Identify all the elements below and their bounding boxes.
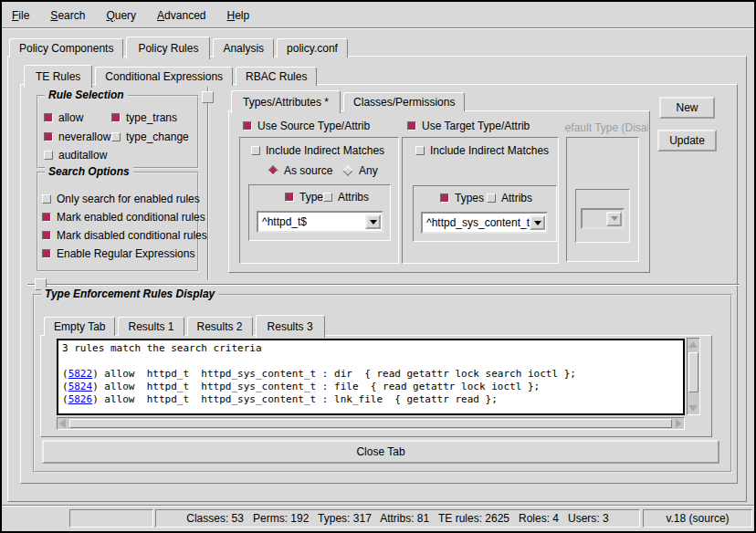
checkbox-indicator <box>44 132 53 141</box>
checkbox-indicator <box>42 231 51 240</box>
default-type-combobox <box>581 208 625 229</box>
vertical-scroll-thumb[interactable] <box>688 352 698 392</box>
dropdown-arrow-icon <box>606 212 622 226</box>
checkbox-label: Attribs <box>338 191 369 204</box>
update-button[interactable]: Update <box>657 130 717 152</box>
scroll-right-icon[interactable] <box>676 419 682 428</box>
rule-line: (5824) allow httpd_t httpd_sys_content_t… <box>62 381 679 393</box>
results-summary: 3 rules match the search criteria <box>62 342 679 355</box>
scroll-up-icon[interactable] <box>688 341 698 348</box>
tab-policy-conf[interactable]: policy.conf <box>277 38 348 57</box>
apol-window: File Search Query Advanced Help Policy C… <box>0 0 756 533</box>
statusbar-stats: Classes: 53 Perms: 192 Types: 317 Attrib… <box>155 509 640 528</box>
source-type-combobox[interactable]: ^httpd_t$ <box>257 211 383 233</box>
tab-policy-components[interactable]: Policy Components <box>9 38 123 57</box>
checkbox-indicator <box>243 121 252 131</box>
tab-results-2[interactable]: Results 2 <box>187 317 253 336</box>
checkbox-type-change[interactable]: type_change <box>111 131 189 143</box>
vertical-sash[interactable] <box>207 87 209 280</box>
horizontal-sash[interactable] <box>27 284 740 286</box>
scroll-down-icon[interactable] <box>688 405 698 412</box>
checkbox-label: Only search for enabled rules <box>57 193 200 205</box>
radio-label: As source <box>284 164 332 177</box>
source-type-combobox-value[interactable]: ^httpd_t$ <box>258 215 365 228</box>
checkbox-label: auditallow <box>58 149 107 162</box>
checkbox-source-attribs[interactable]: Attribs <box>323 191 369 204</box>
tab-te-rules[interactable]: TE Rules <box>24 65 92 88</box>
checkbox-type-trans[interactable]: type_trans <box>111 111 177 124</box>
rule-line: (5826) allow httpd_t httpd_sys_content_t… <box>62 393 679 406</box>
checkbox-target-attribs[interactable]: Attribs <box>487 192 532 204</box>
statusbar-empty-panel <box>69 509 153 528</box>
checkbox-label: Include Indirect Matches <box>266 144 384 157</box>
tab-results-1[interactable]: Results 1 <box>118 317 184 336</box>
checkbox-label: Include Indirect Matches <box>430 144 549 157</box>
checkbox-indicator <box>111 132 121 141</box>
tab-analysis[interactable]: Analysis <box>213 38 274 57</box>
checkbox-indicator <box>42 213 51 222</box>
results-text-area: 3 rules match the search criteria (5822)… <box>57 339 685 415</box>
tab-empty-tab[interactable]: Empty Tab <box>44 317 115 336</box>
checkbox-target-indirect[interactable]: Include Indirect Matches <box>415 144 549 157</box>
radio-as-source[interactable]: As source <box>268 164 332 177</box>
tab-types-attributes[interactable]: Types/Attributes * <box>231 90 341 113</box>
checkbox-label: Attribs <box>501 192 532 204</box>
dropdown-arrow-icon[interactable] <box>365 214 381 229</box>
close-tab-button[interactable]: Close Tab <box>42 440 719 464</box>
dropdown-arrow-icon[interactable] <box>530 215 545 230</box>
checkbox-label: allow <box>58 111 83 124</box>
rules-tabs: TE Rules Conditional Expressions RBAC Ru… <box>24 64 320 86</box>
types-attributes-tabs: Types/Attributes * Classes/Permissions <box>231 91 467 111</box>
checkbox-label: Types <box>455 192 484 204</box>
checkbox-mark-enabled-conditional[interactable]: Mark enabled conditional rules <box>42 211 205 224</box>
checkbox-enable-regex[interactable]: Enable Regular Expressions <box>42 247 194 260</box>
checkbox-label: type_change <box>126 131 189 143</box>
checkbox-use-source-type[interactable]: Use Source Type/Attrib <box>243 120 370 132</box>
tab-policy-rules[interactable]: Policy Rules <box>126 37 210 59</box>
rule-id-link[interactable]: 5826 <box>68 393 93 405</box>
checkbox-source-types[interactable]: Types <box>285 191 329 204</box>
rule-id-link[interactable]: 5822 <box>68 368 93 380</box>
new-button[interactable]: New <box>659 97 715 119</box>
search-options-title: Search Options <box>45 165 133 178</box>
checkbox-use-target-type[interactable]: Use Target Type/Attrib <box>407 120 530 132</box>
checkbox-only-enabled-rules[interactable]: Only search for enabled rules <box>42 193 200 205</box>
checkbox-label: Use Source Type/Attrib <box>257 120 370 132</box>
checkbox-label: type_trans <box>126 111 177 124</box>
checkbox-source-indirect[interactable]: Include Indirect Matches <box>251 144 384 157</box>
results-horizontal-scrollbar[interactable] <box>57 417 685 430</box>
checkbox-neverallow[interactable]: neverallow <box>44 131 110 143</box>
checkbox-indicator <box>42 194 51 204</box>
checkbox-target-types[interactable]: Types <box>440 192 484 204</box>
tab-rbac-rules[interactable]: RBAC Rules <box>236 67 317 86</box>
target-type-combobox[interactable]: ^httpd_sys_content_t$ <box>421 212 548 234</box>
tab-results-3[interactable]: Results 3 <box>256 315 325 338</box>
menu-search[interactable]: Search <box>47 7 88 24</box>
checkbox-indicator <box>44 113 53 122</box>
te-rules-display-title: Type Enforcement Rules Display <box>41 287 218 300</box>
checkbox-label: Mark enabled conditional rules <box>57 211 205 224</box>
results-vertical-scrollbar[interactable] <box>687 338 700 415</box>
target-type-combobox-value[interactable]: ^httpd_sys_content_t$ <box>423 216 530 229</box>
scroll-left-icon[interactable] <box>59 419 66 428</box>
menu-file[interactable]: File <box>9 7 32 24</box>
rule-id-link[interactable]: 5824 <box>68 381 93 392</box>
menu-query[interactable]: Query <box>103 7 139 24</box>
tab-classes-permissions[interactable]: Classes/Permissions <box>343 92 465 111</box>
checkbox-auditallow[interactable]: auditallow <box>44 149 107 162</box>
main-tabs: Policy Components Policy Rules Analysis … <box>9 35 351 57</box>
checkbox-indicator <box>407 121 416 131</box>
checkbox-mark-disabled-conditional[interactable]: Mark disabled conditional rules <box>42 229 207 242</box>
tab-conditional-expressions[interactable]: Conditional Expressions <box>95 67 233 86</box>
vertical-sash-handle[interactable] <box>202 91 214 103</box>
radio-indicator <box>342 165 352 175</box>
statusbar-version: v.18 (source) <box>643 509 752 528</box>
checkbox-indicator <box>415 146 425 155</box>
menu-help[interactable]: Help <box>224 7 252 24</box>
checkbox-indicator <box>111 113 121 122</box>
horizontal-scroll-thumb[interactable] <box>69 419 672 428</box>
radio-any[interactable]: Any <box>342 164 378 177</box>
menu-advanced[interactable]: Advanced <box>154 7 208 24</box>
checkbox-allow[interactable]: allow <box>44 111 83 124</box>
default-type-label: Default Type (Disabled) <box>564 121 648 134</box>
